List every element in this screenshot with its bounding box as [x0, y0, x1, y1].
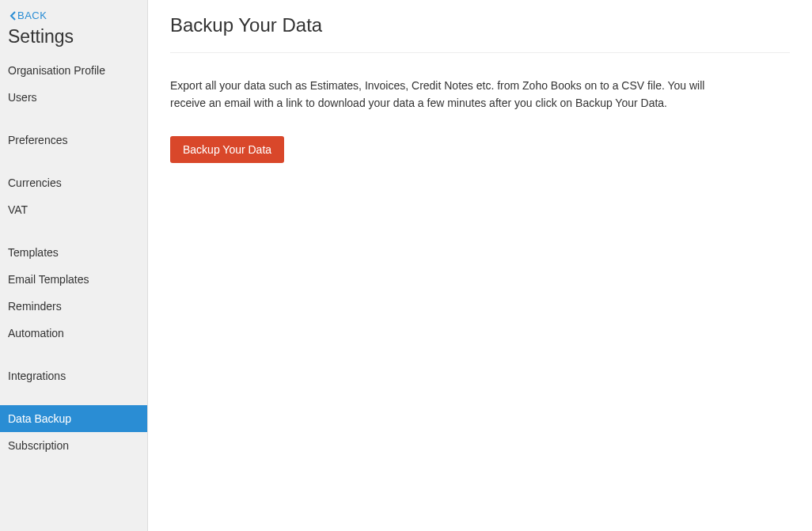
nav-group: Data Backup Subscription	[0, 405, 147, 459]
main-content: Backup Your Data Export all your data su…	[148, 0, 812, 531]
sidebar-title: Settings	[0, 25, 147, 57]
sidebar-item-reminders[interactable]: Reminders	[0, 293, 147, 320]
sidebar-item-currencies[interactable]: Currencies	[0, 169, 147, 196]
sidebar-item-automation[interactable]: Automation	[0, 320, 147, 347]
sidebar-item-integrations[interactable]: Integrations	[0, 362, 147, 389]
page-title: Backup Your Data	[170, 14, 790, 53]
settings-sidebar: BACK Settings Organisation Profile Users…	[0, 0, 148, 531]
sidebar-item-users[interactable]: Users	[0, 84, 147, 111]
sidebar-item-email-templates[interactable]: Email Templates	[0, 266, 147, 293]
sidebar-item-subscription[interactable]: Subscription	[0, 432, 147, 459]
nav-group: Organisation Profile Users	[0, 57, 147, 111]
chevron-left-icon	[9, 11, 16, 21]
sidebar-item-vat[interactable]: VAT	[0, 196, 147, 223]
nav-group: Templates Email Templates Reminders Auto…	[0, 239, 147, 347]
sidebar-item-data-backup[interactable]: Data Backup	[0, 405, 147, 432]
nav-group: Integrations	[0, 362, 147, 389]
sidebar-item-organisation-profile[interactable]: Organisation Profile	[0, 57, 147, 84]
backup-your-data-button[interactable]: Backup Your Data	[170, 136, 284, 163]
nav-group: Preferences	[0, 127, 147, 154]
sidebar-item-preferences[interactable]: Preferences	[0, 127, 147, 154]
back-label: BACK	[17, 9, 47, 21]
page-description: Export all your data such as Estimates, …	[170, 77, 740, 112]
back-link[interactable]: BACK	[0, 0, 147, 25]
sidebar-item-templates[interactable]: Templates	[0, 239, 147, 266]
nav-group: Currencies VAT	[0, 169, 147, 223]
